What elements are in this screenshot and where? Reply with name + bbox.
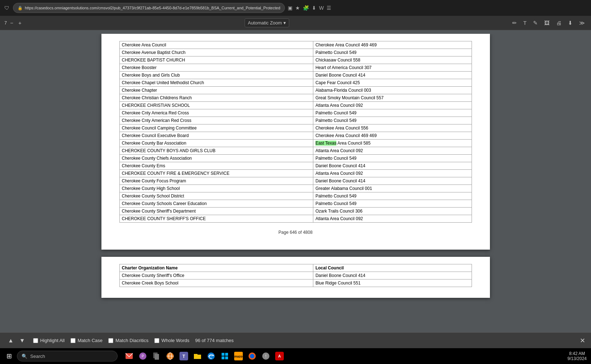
whole-words-checkbox[interactable] [154,338,159,343]
taskbar-icon-purple[interactable]: P [137,350,149,362]
page-number: Page 646 of 4808 [119,223,472,238]
pdf-toolbar: 7 − + Automatic Zoom ▾ ✏ T ✎ 🖼 🖨 ⬇ ≫ [0,16,591,30]
svg-rect-12 [225,353,228,356]
search-bar[interactable]: 🔍 Search [17,351,118,361]
council-name: Ozark Trails Council 306 [313,208,472,215]
svg-text:T: T [182,354,185,359]
page-number-input[interactable]: 7 [4,20,7,26]
taskbar-icon-firefox[interactable] [246,350,258,362]
taskbar-icon-teams[interactable]: T [178,350,190,362]
toolbar-left: 7 − + [4,19,23,27]
table-row: Cherokee Christian Childrens RanchGreat … [119,94,472,102]
org-name: CHEROKEE BAPTIST CHURCH [119,56,313,64]
toolbar-right: ✏ T ✎ 🖼 🖨 ⬇ ≫ [510,19,587,27]
clock: 8:42 AM 9/13/2024 [568,351,587,361]
expand-icon[interactable]: ≫ [577,19,587,27]
org-name: Cherokee Council Camping Committee [119,124,313,132]
council-name: Daniel Boone Council 414 [313,272,472,279]
find-next-button[interactable]: ▼ [17,337,27,345]
download-icon: ⬇ [312,5,316,11]
table-row: Cherokee County Chiefs AssociationPalmet… [119,155,472,162]
org-name: Cherokee Council Executive Board [119,132,313,140]
whole-words-label: Whole Words [162,338,190,343]
org-name: Cherokee Area Council [119,41,313,49]
org-name: Cherokee County High School [119,185,313,192]
image-icon[interactable]: 🖼 [542,19,551,27]
match-diacritics-checkbox[interactable] [108,338,113,343]
taskbar-icon-files[interactable] [151,350,162,362]
taskbar-app-icons: P T amazon ! A [123,350,285,362]
zoom-control[interactable]: Automatic Zoom ▾ [245,18,289,27]
org-name: CHEROKEE CHRISTIAN SCHOOL [119,102,313,109]
svg-text:amazon: amazon [234,355,243,358]
council-name: Atlanta Area Council 092 [313,215,472,223]
org-name: Cherokee County Ems [119,162,313,170]
table-header-row: Charter Organization Name Local Council [119,264,472,272]
download-icon[interactable]: ⬇ [566,19,574,27]
council-name: Heart of America Council 307 [313,64,472,72]
council-name: Cherokee Area Council 469 469 [313,132,472,140]
org-name: Cherokee County Focus Program [119,177,313,185]
taskbar-icon-folder[interactable] [192,350,203,362]
highlight-icon[interactable]: ✎ [531,19,540,27]
highlight-all-checkbox[interactable] [33,338,38,343]
match-case-group: Match Case [71,338,103,343]
find-close-button[interactable]: ✕ [580,337,585,345]
table-row: Cherokee County Schools Career Education… [119,200,472,208]
match-diacritics-group: Match Diacritics [108,338,149,343]
find-matches-text: 96 of 774 matches [195,338,234,343]
taskbar-icon-notification[interactable]: ! [260,350,272,362]
print-icon[interactable]: 🖨 [554,19,563,27]
address-bar[interactable]: 🔒 https://casedocs.omniagentsolutions.co… [13,3,285,13]
search-icon: 🔍 [22,354,27,359]
taskbar-icon-browser[interactable] [164,350,176,362]
taskbar-icon-windows[interactable] [219,350,231,362]
zoom-label: Automatic Zoom [248,20,282,26]
svg-rect-11 [222,353,224,356]
text-icon[interactable]: T [522,19,528,27]
match-diacritics-label: Match Diacritics [115,338,149,343]
table-row: Cherokee Council Camping CommitteeCherok… [119,124,472,132]
svg-point-18 [250,354,254,358]
zoom-out-button[interactable]: − [8,19,15,27]
svg-text:P: P [142,354,144,358]
taskbar-icon-edge[interactable] [205,350,217,362]
table-row: Cherokee Creek Boys School Blue Ridge Co… [119,279,472,287]
taskbar-icon-amazon[interactable]: amazon [233,350,244,362]
data-table-2: Charter Organization Name Local Council … [119,264,472,287]
table-row: Cherokee County Sheriff's DepartmentOzar… [119,208,472,215]
start-button[interactable]: ⊞ [4,351,14,361]
table-row: Cherokee ChapterAlabama-Florida Council … [119,87,472,94]
table-row: Cherokee County High SchoolGreater Alaba… [119,185,472,192]
org-name: Cherokee Chapel United Methodist Church [119,79,313,87]
org-name: Cherokee Cnty American Red Cross [119,117,313,124]
org-name: Cherokee Booster [119,64,313,72]
council-name: Palmetto Council 549 [313,200,472,208]
org-name: Cherokee Avenue Baptist Church [119,49,313,56]
council-name: Daniel Boone Council 414 [313,72,472,79]
org-name: Cherokee Christian Childrens Ranch [119,94,313,102]
table-row: Cherokee Avenue Baptist ChurchPalmetto C… [119,49,472,56]
council-name: Greater Alabama Council 001 [313,185,472,192]
table-row: Cherokee Chapel United Methodist ChurchC… [119,79,472,87]
svg-rect-4 [155,354,159,360]
council-name: Palmetto Council 549 [313,192,472,200]
taskbar-icon-mail[interactable] [123,350,135,362]
match-case-checkbox[interactable] [71,338,76,343]
find-prev-button[interactable]: ▲ [6,337,16,345]
shield-icon: 🛡 [3,4,11,12]
lock-icon: 🔒 [18,6,23,10]
council-name: Cherokee Area Council 469 469 [313,41,472,49]
council-name: Great Smoky Mountain Council 557 [313,94,472,102]
org-name: Cherokee Creek Boys School [119,279,313,287]
highlight-all-group: Highlight All [33,338,65,343]
zoom-in-button[interactable]: + [17,19,23,27]
chevron-down-icon: ▾ [283,20,286,26]
date-display: 9/13/2024 [568,356,587,361]
council-name: Alabama-Florida Council 003 [313,87,472,94]
org-name: Cherokee County Sheriff's Department [119,208,313,215]
taskbar-icon-app[interactable]: A [274,350,285,362]
pen-icon[interactable]: ✏ [510,19,519,27]
bookmark-icon: ★ [295,5,300,11]
org-name: CHEROKEE COUNTY BOYS AND GIRLS CLUB [119,147,313,155]
